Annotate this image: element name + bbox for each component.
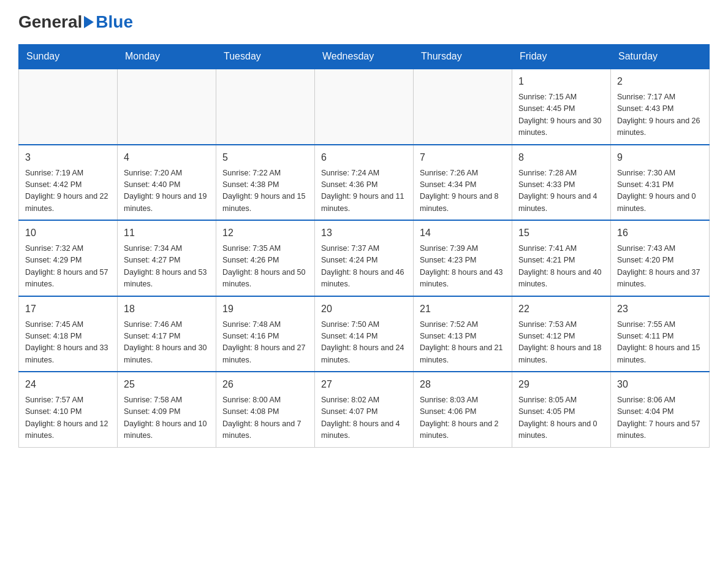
day-number: 26 bbox=[222, 377, 308, 392]
day-info: Sunrise: 7:20 AM Sunset: 4:40 PM Dayligh… bbox=[124, 167, 210, 215]
day-number: 12 bbox=[222, 226, 308, 240]
week-row-5: 24Sunrise: 7:57 AM Sunset: 4:10 PM Dayli… bbox=[19, 372, 710, 447]
day-info: Sunrise: 7:19 AM Sunset: 4:42 PM Dayligh… bbox=[25, 167, 111, 215]
calendar-cell: 22Sunrise: 7:53 AM Sunset: 4:12 PM Dayli… bbox=[512, 296, 611, 372]
day-number: 23 bbox=[617, 302, 703, 316]
calendar-header-row: SundayMondayTuesdayWednesdayThursdayFrid… bbox=[19, 45, 710, 69]
calendar-cell: 25Sunrise: 7:58 AM Sunset: 4:09 PM Dayli… bbox=[118, 372, 216, 447]
calendar-cell: 14Sunrise: 7:39 AM Sunset: 4:23 PM Dayli… bbox=[414, 220, 512, 296]
day-number: 18 bbox=[124, 302, 210, 316]
day-number: 11 bbox=[124, 226, 210, 240]
calendar-cell: 28Sunrise: 8:03 AM Sunset: 4:06 PM Dayli… bbox=[414, 372, 512, 447]
day-info: Sunrise: 8:06 AM Sunset: 4:04 PM Dayligh… bbox=[617, 394, 703, 442]
calendar-cell: 2Sunrise: 7:17 AM Sunset: 4:43 PM Daylig… bbox=[611, 69, 710, 145]
calendar-cell: 18Sunrise: 7:46 AM Sunset: 4:17 PM Dayli… bbox=[118, 296, 216, 372]
logo-general: General bbox=[18, 12, 82, 32]
day-number: 7 bbox=[420, 150, 506, 165]
day-info: Sunrise: 7:26 AM Sunset: 4:34 PM Dayligh… bbox=[420, 167, 506, 215]
day-info: Sunrise: 7:17 AM Sunset: 4:43 PM Dayligh… bbox=[617, 91, 703, 139]
day-header-tuesday: Tuesday bbox=[216, 45, 315, 69]
day-number: 2 bbox=[617, 74, 703, 89]
day-number: 8 bbox=[518, 150, 604, 165]
calendar-cell: 5Sunrise: 7:22 AM Sunset: 4:38 PM Daylig… bbox=[216, 145, 315, 221]
calendar-cell: 17Sunrise: 7:45 AM Sunset: 4:18 PM Dayli… bbox=[19, 296, 118, 372]
calendar-cell: 6Sunrise: 7:24 AM Sunset: 4:36 PM Daylig… bbox=[315, 145, 414, 221]
day-info: Sunrise: 7:41 AM Sunset: 4:21 PM Dayligh… bbox=[518, 243, 604, 291]
day-info: Sunrise: 7:58 AM Sunset: 4:09 PM Dayligh… bbox=[124, 394, 210, 442]
day-info: Sunrise: 7:32 AM Sunset: 4:29 PM Dayligh… bbox=[25, 243, 111, 291]
calendar-cell: 21Sunrise: 7:52 AM Sunset: 4:13 PM Dayli… bbox=[414, 296, 512, 372]
day-number: 14 bbox=[420, 226, 506, 240]
day-number: 16 bbox=[617, 226, 703, 240]
page-header: General Blue bbox=[18, 12, 710, 32]
day-number: 19 bbox=[222, 302, 308, 316]
day-info: Sunrise: 7:39 AM Sunset: 4:23 PM Dayligh… bbox=[420, 243, 506, 291]
week-row-3: 10Sunrise: 7:32 AM Sunset: 4:29 PM Dayli… bbox=[19, 220, 710, 296]
day-number: 24 bbox=[25, 377, 111, 392]
calendar-cell: 8Sunrise: 7:28 AM Sunset: 4:33 PM Daylig… bbox=[512, 145, 611, 221]
logo-blue-text: Blue bbox=[96, 12, 133, 32]
day-number: 29 bbox=[518, 377, 604, 392]
day-info: Sunrise: 7:22 AM Sunset: 4:38 PM Dayligh… bbox=[222, 167, 308, 215]
calendar-cell: 19Sunrise: 7:48 AM Sunset: 4:16 PM Dayli… bbox=[216, 296, 315, 372]
day-number: 20 bbox=[321, 302, 407, 316]
day-header-sunday: Sunday bbox=[19, 45, 118, 69]
calendar-cell: 30Sunrise: 8:06 AM Sunset: 4:04 PM Dayli… bbox=[611, 372, 710, 447]
calendar-cell: 3Sunrise: 7:19 AM Sunset: 4:42 PM Daylig… bbox=[19, 145, 118, 221]
week-row-1: 1Sunrise: 7:15 AM Sunset: 4:45 PM Daylig… bbox=[19, 69, 710, 145]
day-number: 17 bbox=[25, 302, 111, 316]
calendar-cell: 23Sunrise: 7:55 AM Sunset: 4:11 PM Dayli… bbox=[611, 296, 710, 372]
day-header-monday: Monday bbox=[118, 45, 216, 69]
calendar-cell: 15Sunrise: 7:41 AM Sunset: 4:21 PM Dayli… bbox=[512, 220, 611, 296]
week-row-2: 3Sunrise: 7:19 AM Sunset: 4:42 PM Daylig… bbox=[19, 145, 710, 221]
day-info: Sunrise: 7:50 AM Sunset: 4:14 PM Dayligh… bbox=[321, 319, 407, 367]
day-number: 27 bbox=[321, 377, 407, 392]
day-info: Sunrise: 7:24 AM Sunset: 4:36 PM Dayligh… bbox=[321, 167, 407, 215]
calendar-cell bbox=[315, 69, 414, 145]
calendar-table: SundayMondayTuesdayWednesdayThursdayFrid… bbox=[18, 44, 710, 448]
day-number: 22 bbox=[518, 302, 604, 316]
calendar-cell bbox=[414, 69, 512, 145]
day-info: Sunrise: 7:46 AM Sunset: 4:17 PM Dayligh… bbox=[124, 319, 210, 367]
day-info: Sunrise: 8:00 AM Sunset: 4:08 PM Dayligh… bbox=[222, 394, 308, 442]
day-number: 10 bbox=[25, 226, 111, 240]
calendar-cell: 29Sunrise: 8:05 AM Sunset: 4:05 PM Dayli… bbox=[512, 372, 611, 447]
calendar-cell: 7Sunrise: 7:26 AM Sunset: 4:34 PM Daylig… bbox=[414, 145, 512, 221]
day-info: Sunrise: 8:05 AM Sunset: 4:05 PM Dayligh… bbox=[518, 394, 604, 442]
calendar-cell: 9Sunrise: 7:30 AM Sunset: 4:31 PM Daylig… bbox=[611, 145, 710, 221]
day-info: Sunrise: 7:45 AM Sunset: 4:18 PM Dayligh… bbox=[25, 319, 111, 367]
day-info: Sunrise: 7:55 AM Sunset: 4:11 PM Dayligh… bbox=[617, 319, 703, 367]
day-number: 1 bbox=[518, 74, 604, 89]
day-info: Sunrise: 7:37 AM Sunset: 4:24 PM Dayligh… bbox=[321, 243, 407, 291]
calendar-cell: 10Sunrise: 7:32 AM Sunset: 4:29 PM Dayli… bbox=[19, 220, 118, 296]
calendar-cell bbox=[118, 69, 216, 145]
day-number: 25 bbox=[124, 377, 210, 392]
calendar-cell: 27Sunrise: 8:02 AM Sunset: 4:07 PM Dayli… bbox=[315, 372, 414, 447]
day-info: Sunrise: 7:57 AM Sunset: 4:10 PM Dayligh… bbox=[25, 394, 111, 442]
day-header-thursday: Thursday bbox=[414, 45, 512, 69]
calendar-cell bbox=[19, 69, 118, 145]
day-info: Sunrise: 8:02 AM Sunset: 4:07 PM Dayligh… bbox=[321, 394, 407, 442]
day-info: Sunrise: 7:43 AM Sunset: 4:20 PM Dayligh… bbox=[617, 243, 703, 291]
logo-arrow-icon bbox=[84, 16, 94, 28]
day-header-wednesday: Wednesday bbox=[315, 45, 414, 69]
calendar-cell: 4Sunrise: 7:20 AM Sunset: 4:40 PM Daylig… bbox=[118, 145, 216, 221]
day-number: 5 bbox=[222, 150, 308, 165]
day-number: 3 bbox=[25, 150, 111, 165]
day-number: 4 bbox=[124, 150, 210, 165]
day-number: 21 bbox=[420, 302, 506, 316]
calendar-cell: 12Sunrise: 7:35 AM Sunset: 4:26 PM Dayli… bbox=[216, 220, 315, 296]
day-number: 28 bbox=[420, 377, 506, 392]
day-info: Sunrise: 8:03 AM Sunset: 4:06 PM Dayligh… bbox=[420, 394, 506, 442]
day-info: Sunrise: 7:48 AM Sunset: 4:16 PM Dayligh… bbox=[222, 319, 308, 367]
day-number: 15 bbox=[518, 226, 604, 240]
day-info: Sunrise: 7:52 AM Sunset: 4:13 PM Dayligh… bbox=[420, 319, 506, 367]
calendar-cell: 1Sunrise: 7:15 AM Sunset: 4:45 PM Daylig… bbox=[512, 69, 611, 145]
day-info: Sunrise: 7:35 AM Sunset: 4:26 PM Dayligh… bbox=[222, 243, 308, 291]
logo: General Blue bbox=[18, 12, 133, 32]
calendar-cell: 16Sunrise: 7:43 AM Sunset: 4:20 PM Dayli… bbox=[611, 220, 710, 296]
day-info: Sunrise: 7:53 AM Sunset: 4:12 PM Dayligh… bbox=[518, 319, 604, 367]
day-info: Sunrise: 7:30 AM Sunset: 4:31 PM Dayligh… bbox=[617, 167, 703, 215]
calendar-cell: 13Sunrise: 7:37 AM Sunset: 4:24 PM Dayli… bbox=[315, 220, 414, 296]
day-info: Sunrise: 7:15 AM Sunset: 4:45 PM Dayligh… bbox=[518, 91, 604, 139]
